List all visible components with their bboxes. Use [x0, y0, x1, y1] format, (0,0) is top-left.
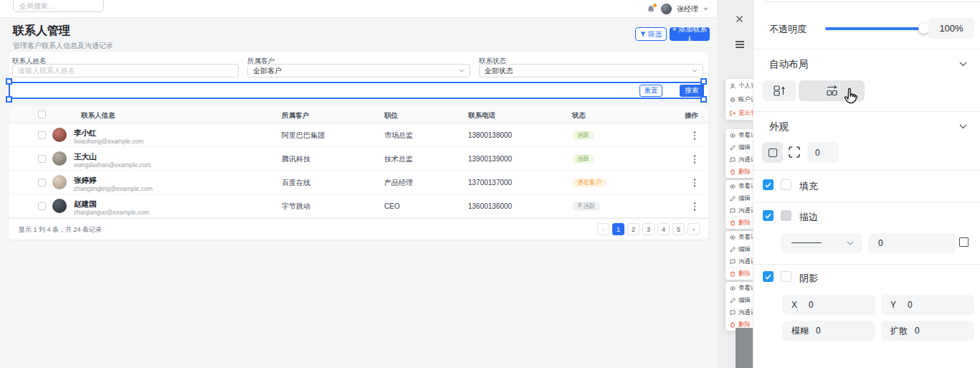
status-filter-select[interactable]: 全部状态	[479, 64, 703, 77]
pagination-page[interactable]: 2	[627, 223, 639, 235]
shadow-x-input[interactable]: X 0	[782, 295, 875, 315]
canvas-strip: 个人资料 账户设置 退出登录 查看详情编辑沟通记录删除 查看详情编辑沟通记录删除…	[717, 0, 753, 368]
table-row[interactable]: 赵建国 zhaojianguo@example.com 字节跳动 CEO 136…	[9, 194, 708, 218]
search-button[interactable]: 搜索	[680, 85, 704, 97]
row-actions-icon[interactable]	[694, 131, 696, 140]
menu-item-chat[interactable]: 沟通记录	[726, 154, 753, 166]
menu-item-chat[interactable]: 沟通记录	[726, 204, 753, 217]
pagination-page[interactable]: 4	[657, 223, 670, 235]
stroke-align-icon[interactable]	[959, 237, 969, 247]
eye-icon	[730, 235, 736, 240]
select-all-checkbox[interactable]	[38, 110, 46, 118]
menu-item-label: 删除	[738, 168, 751, 176]
table-row[interactable]: 王大山 wangdashan@example.com 腾讯科技 技术总监 139…	[9, 147, 708, 171]
user-avatar[interactable]	[661, 4, 672, 14]
pagination-next[interactable]: ›	[688, 223, 700, 235]
menu-icon[interactable]	[736, 41, 744, 49]
stroke-color-swatch[interactable]	[781, 210, 791, 221]
menu-item-view[interactable]: 查看详情	[726, 129, 753, 141]
row-action-menu: 查看详情编辑沟通记录删除	[726, 231, 753, 280]
chat-icon	[730, 259, 736, 265]
menu-item-delete[interactable]: 删除	[726, 217, 753, 229]
corner-radius-input[interactable]: 0	[807, 142, 839, 163]
menu-item-logout[interactable]: 退出登录	[726, 106, 753, 120]
chevron-down-icon[interactable]	[959, 124, 967, 129]
menu-item-delete[interactable]: 删除	[726, 268, 753, 280]
corner-radius-button[interactable]	[762, 142, 783, 163]
opacity-value[interactable]: 100%	[928, 18, 974, 39]
stroke-width-input[interactable]: 0	[868, 233, 956, 253]
row-actions-icon[interactable]	[694, 155, 696, 164]
stroke-style-select[interactable]	[781, 233, 862, 253]
selected-element[interactable]: 重置 搜索	[9, 82, 704, 99]
table-row[interactable]: 李小红 lixiaohong@example.com 阿里巴巴集团 市场总监 1…	[9, 123, 708, 147]
eye-icon	[730, 133, 736, 138]
menu-item-label: 账户设置	[738, 95, 753, 104]
chevron-down-icon	[692, 69, 698, 72]
scrollbar-thumb[interactable]	[736, 328, 753, 368]
chevron-down-icon[interactable]	[959, 62, 967, 67]
shadow-color-swatch[interactable]	[781, 271, 791, 282]
menu-item-chat[interactable]: 沟通记录	[726, 306, 753, 319]
chat-icon	[730, 310, 736, 316]
selection-handle-bottom-left[interactable]	[6, 96, 12, 103]
row-actions-icon[interactable]	[694, 202, 696, 211]
menu-item-view[interactable]: 查看详情	[726, 282, 753, 294]
stroke-width-value: 0	[878, 238, 883, 248]
pagination-page[interactable]: 3	[642, 223, 655, 235]
menu-item-chat[interactable]: 沟通记录	[726, 255, 753, 268]
menu-item-delete[interactable]: 删除	[726, 166, 753, 178]
stroke-checkbox[interactable]	[763, 210, 774, 221]
menu-item-label: 编辑	[738, 296, 751, 305]
row-checkbox[interactable]	[38, 155, 46, 163]
global-search-input[interactable]	[13, 0, 104, 12]
fill-color-swatch[interactable]	[781, 179, 791, 190]
selection-handle-top-left[interactable]	[6, 78, 12, 85]
menu-item-profile[interactable]: 个人资料	[726, 79, 753, 93]
selection-handle-top-right[interactable]	[700, 78, 707, 85]
menu-item-view[interactable]: 查看详情	[726, 180, 753, 192]
status-badge: 不活跃	[572, 202, 601, 211]
close-icon[interactable]	[736, 15, 743, 23]
trash-icon	[730, 169, 736, 175]
filter-button[interactable]: 筛选	[635, 27, 667, 41]
table-row[interactable]: 张婷婷 zhangtingting@example.com 百度在线 产品经理 …	[9, 171, 708, 194]
chevron-down-icon	[703, 7, 708, 11]
auto-layout-vertical-button[interactable]	[763, 80, 796, 101]
row-actions-icon[interactable]	[694, 179, 696, 187]
menu-item-edit[interactable]: 编辑	[726, 294, 753, 306]
opacity-slider-thumb[interactable]	[918, 23, 929, 34]
fill-checkbox[interactable]	[763, 179, 774, 190]
reset-button[interactable]: 重置	[639, 85, 662, 97]
auto-layout-horizontal-button[interactable]	[799, 80, 865, 101]
menu-item-edit[interactable]: 编辑	[726, 243, 753, 255]
notification-bell-icon[interactable]	[647, 4, 656, 14]
chevron-down-icon	[459, 69, 465, 72]
name-filter-input[interactable]	[18, 67, 233, 75]
row-checkbox[interactable]	[38, 131, 46, 139]
shadow-blur-input[interactable]: 模糊 0	[782, 321, 875, 341]
pagination-page[interactable]: 1	[612, 223, 624, 235]
customer-filter-select[interactable]: 全部客户	[247, 64, 470, 77]
menu-item-label: 删除	[738, 219, 751, 227]
menu-item-edit[interactable]: 编辑	[726, 192, 753, 204]
pagination-prev[interactable]: ‹	[597, 223, 609, 235]
menu-item-label: 编辑	[738, 194, 751, 203]
menu-item-view[interactable]: 查看详情	[726, 231, 753, 243]
row-checkbox[interactable]	[38, 179, 46, 187]
pagination-page[interactable]: 5	[672, 223, 685, 235]
shadow-y-input[interactable]: Y 0	[881, 295, 974, 315]
menu-item-edit[interactable]: 编辑	[726, 141, 753, 154]
opacity-slider[interactable]	[825, 27, 926, 30]
shadow-checkbox[interactable]	[763, 271, 774, 282]
eye-icon	[730, 286, 736, 291]
independent-corners-icon[interactable]	[787, 145, 801, 159]
row-checkbox[interactable]	[38, 202, 46, 210]
opacity-label: 不透明度	[769, 23, 807, 36]
selection-handle-bottom-right[interactable]	[700, 96, 707, 103]
user-name[interactable]: 张经理	[677, 4, 698, 14]
shadow-spread-input[interactable]: 扩散 0	[881, 321, 974, 341]
menu-item-account[interactable]: 账户设置	[726, 93, 753, 106]
column-header: 状态	[572, 111, 586, 121]
add-contact-button[interactable]: + 添加联系人	[670, 27, 710, 41]
